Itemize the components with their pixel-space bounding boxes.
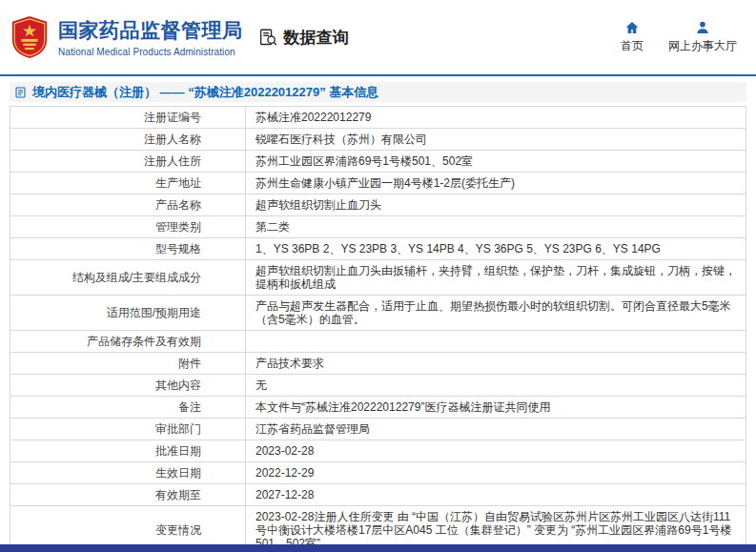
row-value: 江苏省药品监督管理局 xyxy=(246,419,746,440)
table-row: 生产地址苏州生命健康小镇产业园一期4号楼1-2层(委托生产) xyxy=(10,173,746,194)
row-label: 生产地址 xyxy=(10,173,246,194)
row-value: 产品与超声发生器配合，适用于止血、期望热损伤最小时的软组织切割。可闭合直径最大5… xyxy=(246,296,746,331)
breadcrumb-title: 境内医疗器械（注册） —— “苏械注准20222012279” 基本信息 xyxy=(32,84,378,101)
row-label: 注册证编号 xyxy=(10,107,246,129)
info-table: 注册证编号苏械注准20222012279注册人名称锐曜石医疗科技（苏州）有限公司… xyxy=(10,106,746,552)
table-row: 注册人住所苏州工业园区界浦路69号1号楼501、502室 xyxy=(10,151,746,173)
row-label: 产品名称 xyxy=(10,194,246,216)
nav-home-label: 首页 xyxy=(621,38,644,54)
footer-bar xyxy=(0,544,756,552)
row-label: 管理类别 xyxy=(10,216,246,238)
top-nav: 首页 网上办事大厅 xyxy=(621,20,737,54)
row-label: 批准日期 xyxy=(10,440,246,462)
org-name-en: National Medical Products Administration xyxy=(58,47,243,57)
nmpa-emblem-logo xyxy=(10,15,50,59)
row-value: 产品技术要求 xyxy=(246,353,746,375)
row-value: 本文件与“苏械注准20222012279”医疗器械注册证共同使用 xyxy=(246,397,746,419)
table-row: 型号规格1、YS 36PB 2、YS 23PB 3、YS 14PB 4、YS 3… xyxy=(10,238,746,260)
nav-service-hall[interactable]: 网上办事大厅 xyxy=(668,20,737,54)
row-label: 适用范围/预期用途 xyxy=(10,296,246,331)
table-row: 生效日期2022-12-29 xyxy=(10,462,746,484)
row-label: 有效期至 xyxy=(10,484,246,506)
row-value: 苏州生命健康小镇产业园一期4号楼1-2层(委托生产) xyxy=(246,173,746,194)
table-row: 审批部门江苏省药品监督管理局 xyxy=(10,419,746,440)
brand-text: 国家药品监督管理局 National Medical Products Admi… xyxy=(58,17,243,57)
row-label: 结构及组成/主要组成成分 xyxy=(10,260,246,296)
table-row: 管理类别第二类 xyxy=(10,216,746,238)
row-label: 审批部门 xyxy=(10,419,246,440)
table-row: 注册证编号苏械注准20222012279 xyxy=(10,107,746,129)
nav-home[interactable]: 首页 xyxy=(621,20,644,54)
table-row: 产品名称超声软组织切割止血刀头 xyxy=(10,194,746,216)
data-query-heading: 数据查询 xyxy=(258,27,349,49)
document-icon xyxy=(14,86,27,99)
row-label: 注册人住所 xyxy=(10,151,246,173)
row-value: 超声软组织切割止血刀头由扳辅杆，夹持臂，组织垫，保护垫，刀杆，集成旋钮，刀柄，按… xyxy=(246,260,746,296)
site-header: 国家药品监督管理局 National Medical Products Admi… xyxy=(0,0,756,74)
data-query-label: 数据查询 xyxy=(284,27,349,49)
table-row: 批准日期2023-02-28 xyxy=(10,440,746,462)
row-value: 超声软组织切割止血刀头 xyxy=(246,194,746,216)
table-row: 适用范围/预期用途产品与超声发生器配合，适用于止血、期望热损伤最小时的软组织切割… xyxy=(10,296,746,331)
brand: 国家药品监督管理局 National Medical Products Admi… xyxy=(10,15,243,59)
row-value: 2023-02-28 xyxy=(246,440,746,462)
row-value: 1、YS 36PB 2、YS 23PB 3、YS 14PB 4、YS 36PG … xyxy=(246,238,746,260)
row-label: 生效日期 xyxy=(10,462,246,484)
data-query-icon xyxy=(258,28,278,48)
content: 境内医疗器械（注册） —— “苏械注准20222012279” 基本信息 注册证… xyxy=(0,76,756,552)
table-row: 注册人名称锐曜石医疗科技（苏州）有限公司 xyxy=(10,129,746,151)
row-value xyxy=(246,331,746,353)
row-value: 2027-12-28 xyxy=(246,484,746,506)
table-row: 结构及组成/主要组成成分超声软组织切割止血刀头由扳辅杆，夹持臂，组织垫，保护垫，… xyxy=(10,260,746,296)
row-label: 其他内容 xyxy=(10,375,246,397)
person-icon xyxy=(695,20,710,35)
row-value: 第二类 xyxy=(246,216,746,238)
org-name: 国家药品监督管理局 xyxy=(58,17,243,44)
table-row: 其他内容无 xyxy=(10,375,746,397)
row-value: 锐曜石医疗科技（苏州）有限公司 xyxy=(246,129,746,151)
row-value: 2022-12-29 xyxy=(246,462,746,484)
row-label: 型号规格 xyxy=(10,238,246,260)
row-value: 苏州工业园区界浦路69号1号楼501、502室 xyxy=(246,151,746,173)
home-icon xyxy=(624,20,640,35)
row-value: 苏械注准20222012279 xyxy=(246,107,746,129)
table-row: 有效期至2027-12-28 xyxy=(10,484,746,506)
row-value: 无 xyxy=(246,375,746,397)
row-label: 产品储存条件及有效期 xyxy=(10,331,246,353)
table-row: 备注本文件与“苏械注准20222012279”医疗器械注册证共同使用 xyxy=(10,397,746,419)
table-row: 附件产品技术要求 xyxy=(10,353,746,375)
row-label: 备注 xyxy=(10,397,246,419)
table-row: 产品储存条件及有效期 xyxy=(10,331,746,353)
row-label: 附件 xyxy=(10,353,246,375)
row-label: 注册人名称 xyxy=(10,129,246,151)
breadcrumb: 境内医疗器械（注册） —— “苏械注准20222012279” 基本信息 xyxy=(10,82,746,102)
nav-service-hall-label: 网上办事大厅 xyxy=(668,38,737,54)
